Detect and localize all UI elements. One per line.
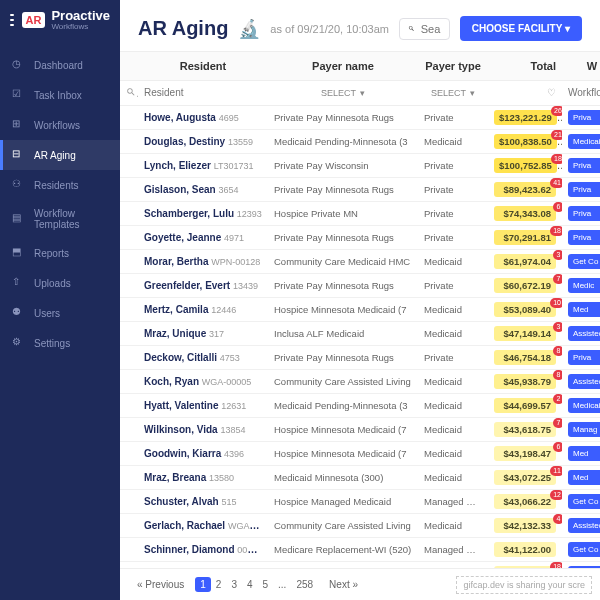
payertype-cell: Managed Care <box>418 540 488 559</box>
workflow-button[interactable]: Assisted Livi <box>568 374 600 389</box>
sidebar-item-settings[interactable]: ⚙Settings <box>0 328 120 358</box>
workflow-button[interactable]: Medicaid <box>568 398 600 413</box>
workflow-button[interactable]: Get Co <box>568 494 600 509</box>
sidebar-item-reports[interactable]: ⬒Reports <box>0 238 120 268</box>
workflow-button[interactable]: Assisted Livi <box>568 326 600 341</box>
sidebar-item-dashboard[interactable]: ◷Dashboard <box>0 50 120 80</box>
total-cell: $61,974.043 <box>488 250 562 273</box>
workflow-button[interactable]: Get Co <box>568 542 600 557</box>
workflow-cell: Get Co <box>562 538 600 561</box>
table-row[interactable]: Gerlach, Rachael WGA-00007Community Care… <box>120 514 600 538</box>
payertype-cell: Medicaid <box>418 300 488 319</box>
sidebar-item-users[interactable]: ⚉Users <box>0 298 120 328</box>
sidebar-item-task-inbox[interactable]: ☑Task Inbox <box>0 80 120 110</box>
table-row[interactable]: Mraz, Breana 13580Medicaid Minnesota (30… <box>120 466 600 490</box>
col-payer-type[interactable]: Payer type <box>418 52 488 80</box>
total-cell: $123,221.2926 <box>488 106 562 129</box>
resident-cell: Lynch, Eliezer LT301731 <box>138 156 268 175</box>
table-row[interactable]: Goodwin, Kiarra 4396Hospice Minnesota Me… <box>120 442 600 466</box>
workflow-button[interactable]: Priva <box>568 350 600 365</box>
nav-icon: ⚇ <box>12 178 26 192</box>
pager-page[interactable]: ... <box>273 577 291 592</box>
payer-cell: Hospice Managed Medicaid <box>268 492 418 511</box>
workflow-button[interactable]: Priva <box>568 158 600 173</box>
table-row[interactable]: Hyatt, Valentine 12631Medicaid Pending-M… <box>120 394 600 418</box>
table-row[interactable]: Lynch, Eliezer LT301731Private Pay Wisco… <box>120 154 600 178</box>
payer-cell: Medicaid Minnesota (300) <box>268 468 418 487</box>
table-row[interactable]: Schinner, Diamond 00290Medicare Replacem… <box>120 538 600 562</box>
workflow-button[interactable]: Assisted Livi <box>568 518 600 533</box>
filter-payer-select[interactable]: SELECT ▾ <box>274 88 412 98</box>
pager-page[interactable]: 5 <box>258 577 274 592</box>
workflow-button[interactable]: Med <box>568 470 600 485</box>
table-row[interactable]: Mraz, Unique 317Inclusa ALF MedicaidMedi… <box>120 322 600 346</box>
total-cell: $42,132.334 <box>488 514 562 537</box>
table-row[interactable]: Schuster, Alvah 515Hospice Managed Medic… <box>120 490 600 514</box>
workflow-button[interactable]: Medic <box>568 278 600 293</box>
pager-prev[interactable]: « Previous <box>132 577 189 592</box>
workflow-button[interactable]: Manag <box>568 422 600 437</box>
sidebar-item-ar-aging[interactable]: ⊟AR Aging <box>0 140 120 170</box>
table-row[interactable]: Morar, Bertha WPN-00128Community Care Me… <box>120 250 600 274</box>
col-workflow[interactable]: W <box>562 52 600 80</box>
search-box[interactable] <box>399 18 450 40</box>
resident-cell: Mraz, Unique 317 <box>138 324 268 343</box>
choose-facility-button[interactable]: CHOOSE FACILITY ▾ <box>460 16 582 41</box>
table-row[interactable]: Deckow, Citlalli 4753Private Pay Minneso… <box>120 346 600 370</box>
search-input[interactable] <box>421 23 441 35</box>
table-row[interactable]: Schamberger, Lulu 12393Hospice Private M… <box>120 202 600 226</box>
payertype-cell: Medicaid <box>418 396 488 415</box>
total-cell: $60,672.197 <box>488 274 562 297</box>
workflow-button[interactable]: Priva <box>568 230 600 245</box>
pager-page[interactable]: 3 <box>226 577 242 592</box>
filter-resident-input[interactable] <box>144 87 262 98</box>
workflow-button[interactable]: Get Co <box>568 254 600 269</box>
filter-workflow-input[interactable] <box>568 87 600 98</box>
payertype-cell: Managed Care <box>418 492 488 511</box>
sidebar-item-workflow-templates[interactable]: ▤Workflow Templates <box>0 200 120 238</box>
nav-icon: ⊟ <box>12 148 26 162</box>
pager-page[interactable]: 258 <box>291 577 318 592</box>
workflow-button[interactable]: Med <box>568 302 600 317</box>
workflow-cell: Med <box>562 442 600 465</box>
filter-payertype-select[interactable]: SELECT ▾ <box>424 88 482 98</box>
sidebar-item-uploads[interactable]: ⇧Uploads <box>0 268 120 298</box>
workflow-button[interactable]: Priva <box>568 206 600 221</box>
table-row[interactable]: Gislason, Sean 3654Private Pay Minnesota… <box>120 178 600 202</box>
payer-cell: Inclusa ALF Medicaid <box>268 324 418 343</box>
payer-cell: Private Pay Minnesota Rugs <box>268 108 418 127</box>
pager-next[interactable]: Next » <box>324 577 363 592</box>
pager-page[interactable]: 2 <box>211 577 227 592</box>
payer-cell: Private Pay Minnesota Rugs <box>268 276 418 295</box>
menu-icon[interactable] <box>10 14 14 26</box>
resident-cell: Schuster, Alvah 515 <box>138 492 268 511</box>
table-row[interactable]: Goyette, Jeanne 4971Private Pay Minnesot… <box>120 226 600 250</box>
sidebar-item-workflows[interactable]: ⊞Workflows <box>0 110 120 140</box>
col-payer[interactable]: Payer name <box>268 52 418 80</box>
workflow-button[interactable]: Med <box>568 446 600 461</box>
filter-total[interactable]: ♡ <box>488 81 562 105</box>
workflow-cell: Priva <box>562 202 600 225</box>
workflow-cell: Assisted Livi <box>562 370 600 393</box>
payertype-cell: Medicaid <box>418 516 488 535</box>
pager-page[interactable]: 1 <box>195 577 211 592</box>
table-row[interactable]: Douglas, Destiny 13559Medicaid Pending-M… <box>120 130 600 154</box>
table-row[interactable]: Wilkinson, Vida 13854Hospice Minnesota M… <box>120 418 600 442</box>
total-cell: $100,752.8518 <box>488 154 562 177</box>
page-title: AR Aging <box>138 17 228 40</box>
pager-page[interactable]: 4 <box>242 577 258 592</box>
table-row[interactable]: Koch, Ryan WGA-00005Community Care Assis… <box>120 370 600 394</box>
table-row[interactable]: Howe, Augusta 4695Private Pay Minnesota … <box>120 106 600 130</box>
table-row[interactable]: Greenfelder, Evert 13439Private Pay Minn… <box>120 274 600 298</box>
col-total[interactable]: Total <box>488 52 562 80</box>
col-resident[interactable]: Resident <box>138 52 268 80</box>
sidebar-item-residents[interactable]: ⚇Residents <box>0 170 120 200</box>
workflow-button[interactable]: Priva <box>568 110 600 125</box>
workflow-button[interactable]: Medicaid <box>568 134 600 149</box>
logo-subtext: Workflows <box>51 22 110 31</box>
table-row[interactable]: Mertz, Camila 12446Hospice Minnesota Med… <box>120 298 600 322</box>
resident-cell: Mertz, Camila 12446 <box>138 300 268 319</box>
resident-cell: Hyatt, Valentine 12631 <box>138 396 268 415</box>
resident-cell: Douglas, Destiny 13559 <box>138 132 268 151</box>
workflow-button[interactable]: Priva <box>568 182 600 197</box>
